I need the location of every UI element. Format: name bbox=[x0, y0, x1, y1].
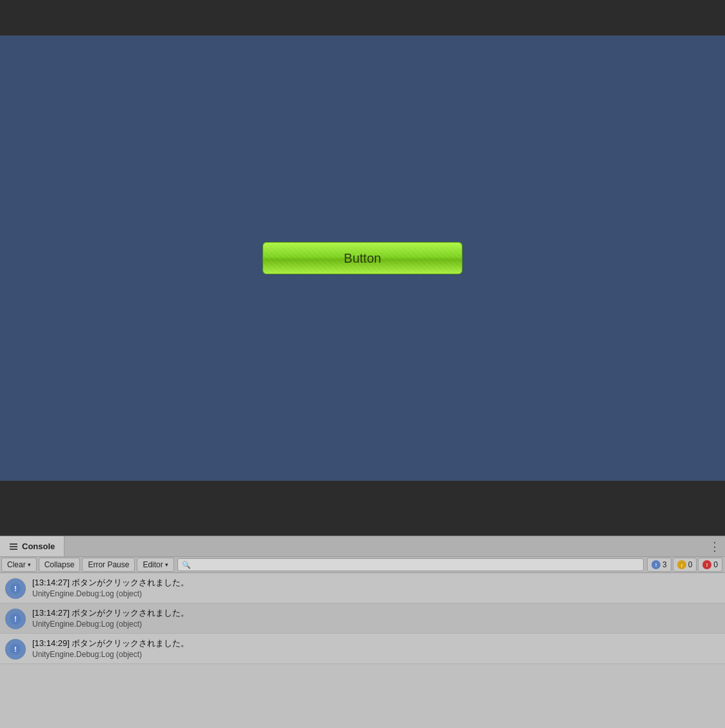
log-entry-text: [13:14:27] ボタンがクリックされました。 UnityEngine.De… bbox=[32, 607, 720, 629]
svg-text:!: ! bbox=[14, 645, 17, 653]
log-entry-text: [13:14:29] ボタンがクリックされました。 UnityEngine.De… bbox=[32, 638, 720, 659]
search-box[interactable]: 🔍 bbox=[177, 558, 644, 571]
console-tab-bar: Console ⋮ bbox=[0, 536, 725, 556]
svg-rect-1 bbox=[10, 546, 17, 547]
game-view: Button bbox=[0, 35, 725, 481]
svg-rect-2 bbox=[10, 549, 17, 550]
log-entry[interactable]: ! [13:14:27] ボタンがクリックされました。 UnityEngine.… bbox=[0, 603, 725, 634]
log-entry-icon: ! bbox=[5, 639, 26, 660]
log-entry-text: [13:14:27] ボタンがクリックされました。 UnityEngine.De… bbox=[32, 577, 720, 598]
clear-button[interactable]: Clear ▾ bbox=[1, 558, 37, 572]
log-entry-icon: ! bbox=[5, 609, 26, 629]
log-entry[interactable]: ! [13:14:27] ボタンがクリックされました。 UnityEngine.… bbox=[0, 573, 725, 603]
log-entry-main: [13:14:29] ボタンがクリックされました。 bbox=[32, 638, 720, 649]
log-entry-icon: ! bbox=[5, 578, 26, 599]
console-section: Console ⋮ Clear ▾ Collapse Error Pause E… bbox=[0, 536, 725, 728]
info-count-label: 3 bbox=[662, 560, 667, 569]
error-pause-button[interactable]: Error Pause bbox=[82, 558, 135, 572]
unity-game-button-label: Button bbox=[344, 251, 381, 266]
log-count-group: ! 3 ! 0 ! bbox=[647, 558, 722, 572]
error-count-button[interactable]: ! 0 bbox=[698, 558, 722, 572]
svg-text:!: ! bbox=[655, 562, 657, 568]
svg-text:!: ! bbox=[14, 584, 17, 592]
svg-text:!: ! bbox=[14, 614, 17, 623]
svg-text:!: ! bbox=[706, 562, 708, 568]
log-entry-main: [13:14:27] ボタンがクリックされました。 bbox=[32, 577, 720, 589]
log-entry-sub: UnityEngine.Debug:Log (object) bbox=[32, 650, 720, 659]
log-entry[interactable]: ! [13:14:29] ボタンがクリックされました。 UnityEngine.… bbox=[0, 634, 725, 664]
error-count-label: 0 bbox=[713, 560, 718, 569]
collapse-button-label: Collapse bbox=[45, 560, 75, 569]
editor-label: Editor bbox=[143, 560, 163, 569]
warn-icon: ! bbox=[677, 560, 686, 569]
console-tab-label: Console bbox=[22, 541, 55, 551]
unity-game-button[interactable]: Button bbox=[263, 242, 462, 274]
console-menu-icon: ⋮ bbox=[709, 540, 720, 554]
log-entry-sub: UnityEngine.Debug:Log (object) bbox=[32, 620, 720, 629]
console-tab[interactable]: Console bbox=[0, 536, 65, 556]
warn-count-label: 0 bbox=[688, 560, 693, 569]
middle-bar bbox=[0, 481, 725, 536]
editor-button[interactable]: Editor ▾ bbox=[137, 558, 174, 572]
top-bar bbox=[0, 0, 725, 35]
warn-count-button[interactable]: ! 0 bbox=[673, 558, 697, 572]
search-input[interactable] bbox=[194, 561, 639, 569]
svg-rect-0 bbox=[10, 543, 17, 545]
clear-dropdown-arrow: ▾ bbox=[28, 561, 31, 568]
console-menu-button[interactable]: ⋮ bbox=[704, 536, 725, 556]
log-entry-sub: UnityEngine.Debug:Log (object) bbox=[32, 589, 720, 598]
svg-text:!: ! bbox=[680, 563, 682, 568]
console-log-area: ! [13:14:27] ボタンがクリックされました。 UnityEngine.… bbox=[0, 573, 725, 728]
collapse-button[interactable]: Collapse bbox=[39, 558, 81, 572]
log-entry-main: [13:14:27] ボタンがクリックされました。 bbox=[32, 607, 720, 619]
error-pause-label: Error Pause bbox=[88, 560, 129, 569]
error-icon: ! bbox=[702, 560, 711, 569]
search-icon: 🔍 bbox=[182, 561, 191, 569]
info-count-button[interactable]: ! 3 bbox=[647, 558, 671, 572]
info-icon: ! bbox=[651, 560, 660, 569]
console-toolbar: Clear ▾ Collapse Error Pause Editor ▾ 🔍 … bbox=[0, 556, 725, 573]
console-tab-icon bbox=[9, 542, 18, 551]
editor-dropdown-arrow: ▾ bbox=[165, 561, 168, 568]
clear-button-label: Clear bbox=[7, 560, 26, 569]
